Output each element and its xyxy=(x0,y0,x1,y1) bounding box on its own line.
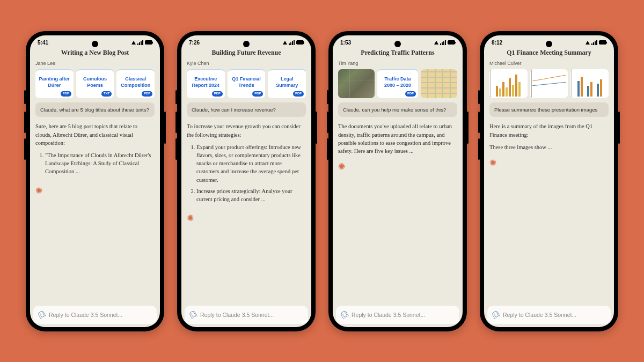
phone-mockup: 5:41 Writing a New Blog Post Jane Lee Pa… xyxy=(26,31,164,331)
attachment-chip[interactable]: Q1 Financial TrendsPDF xyxy=(228,69,266,98)
response-extra: These three images show ... xyxy=(489,143,609,151)
reply-input[interactable]: Reply to Claude 3.5 Sonnet... xyxy=(33,306,157,324)
wifi-icon xyxy=(131,41,136,45)
file-ext-badge: PDF xyxy=(61,91,71,97)
reply-input[interactable]: Reply to Claude 3.5 Sonnet... xyxy=(487,306,611,324)
assistant-response: To increase your revenue growth you can … xyxy=(187,122,306,203)
attachment-image-aerial[interactable] xyxy=(338,69,375,98)
reply-input[interactable]: Reply to Claude 3.5 Sonnet... xyxy=(185,306,308,324)
response-intro: To increase your revenue growth you can … xyxy=(187,122,306,138)
assistant-response: Sure, here are 5 blog post topics that r… xyxy=(35,122,155,175)
username: Kyle Chen xyxy=(187,60,306,67)
status-time: 8:12 xyxy=(492,40,502,46)
attachment-image-chart-line[interactable] xyxy=(530,69,568,98)
attachment-icon[interactable] xyxy=(340,309,349,319)
assistant-response: The documents you've uploaded all relate… xyxy=(338,122,457,155)
signal-icon xyxy=(137,40,143,45)
camera-cutout xyxy=(92,41,98,47)
attachment-chip[interactable]: Executive Report 2024PDF xyxy=(187,69,225,98)
user-prompt: Claude, can you help me make sense of th… xyxy=(338,102,457,117)
reply-placeholder: Reply to Claude 3.5 Sonnet... xyxy=(352,312,425,318)
status-time: 1:53 xyxy=(340,40,351,46)
spark-icon: ✺ xyxy=(187,212,194,224)
reply-placeholder: Reply to Claude 3.5 Sonnet... xyxy=(200,312,274,318)
attachment-image-stickynotes[interactable] xyxy=(421,69,457,98)
user-prompt: Claude, how can I increase revenue? xyxy=(187,102,306,117)
attachment-icon[interactable] xyxy=(37,309,46,319)
conversation-title: Building Future Revenue xyxy=(181,47,311,60)
status-icons xyxy=(131,40,152,45)
response-intro: Here is a summary of the images from the… xyxy=(489,122,609,138)
reply-placeholder: Reply to Claude 3.5 Sonnet... xyxy=(503,312,576,318)
attachment-chip[interactable]: Traffic Data 2000 – 2020PDF xyxy=(377,69,418,98)
username: Jane Lee xyxy=(35,60,155,67)
conversation-title: Predicting Traffic Patterns xyxy=(333,47,463,60)
attachment-icon[interactable] xyxy=(491,309,500,319)
phone-mockup: 7:26 Building Future Revenue Kyle Chen E… xyxy=(177,31,316,331)
response-list-item: "The Importance of Clouds in Albrecht Dü… xyxy=(45,151,155,176)
conversation-title: Writing a New Blog Post xyxy=(30,47,160,60)
status-time: 7:26 xyxy=(189,40,200,46)
username: Michael Culver xyxy=(489,60,609,67)
camera-cutout xyxy=(394,41,401,47)
reply-input[interactable]: Reply to Claude 3.5 Sonnet... xyxy=(336,306,459,324)
camera-cutout xyxy=(546,41,552,47)
file-ext-badge: PDF xyxy=(142,91,152,97)
conversation-title: Q1 Finance Meeting Summary xyxy=(484,47,614,60)
assistant-response: Here is a summary of the images from the… xyxy=(489,122,609,151)
response-intro: Sure, here are 5 blog post topics that r… xyxy=(35,122,155,147)
attachment-chip[interactable]: Classical CompositionPDF xyxy=(116,69,155,98)
response-list-item: Increase prices strategically: Analyze y… xyxy=(196,187,306,203)
response-intro: The documents you've uploaded all relate… xyxy=(338,122,457,155)
attachment-image-chart-bar[interactable] xyxy=(489,69,528,98)
phone-mockup: 8:12 Q1 Finance Meeting Summary Michael … xyxy=(480,31,618,331)
attachment-icon[interactable] xyxy=(188,309,197,319)
attachment-chip[interactable]: Painting after DürerPDF xyxy=(35,69,74,98)
user-prompt: Please summarize these presentation imag… xyxy=(489,102,609,117)
file-ext-badge: TXT xyxy=(101,91,112,97)
response-list-item: Expand your product offerings: Introduce… xyxy=(196,143,306,184)
username: Tim Yang xyxy=(338,60,457,67)
user-prompt: Claude, what are 5 blog titles about the… xyxy=(35,102,155,117)
battery-icon xyxy=(145,40,152,45)
attachment-row: Painting after DürerPDF Cumulous PoemsTX… xyxy=(35,69,155,98)
spark-icon: ✺ xyxy=(338,160,345,173)
spark-icon: ✺ xyxy=(489,157,496,169)
attachment-chip[interactable]: Legal SummaryPDF xyxy=(268,69,306,98)
attachment-image-chart-grouped[interactable] xyxy=(570,69,609,98)
phone-mockup: 1:53 Predicting Traffic Patterns Tim Yan… xyxy=(328,31,467,331)
camera-cutout xyxy=(243,41,250,47)
attachment-chip[interactable]: Cumulous PoemsTXT xyxy=(76,69,114,98)
spark-icon: ✺ xyxy=(35,184,42,197)
status-time: 5:41 xyxy=(38,40,48,46)
reply-placeholder: Reply to Claude 3.5 Sonnet... xyxy=(49,312,122,318)
